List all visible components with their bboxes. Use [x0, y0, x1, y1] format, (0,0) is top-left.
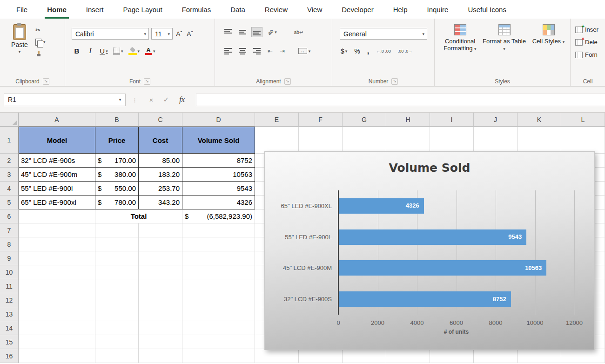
- conditional-formatting-button[interactable]: Conditional Formatting ▾: [438, 24, 482, 53]
- cell-L16[interactable]: [561, 349, 605, 363]
- cell-D1[interactable]: Volume Sold: [182, 127, 255, 154]
- top-align-button[interactable]: [222, 27, 234, 37]
- font-name-combo[interactable]: Calibri▾: [72, 28, 149, 40]
- cell-C14[interactable]: [139, 321, 182, 335]
- cell-L1[interactable]: [561, 127, 605, 154]
- tab-file[interactable]: File: [7, 0, 37, 19]
- align-left-button[interactable]: [222, 46, 234, 56]
- cell-H1[interactable]: [386, 127, 430, 154]
- cell-A8[interactable]: [19, 237, 95, 251]
- row-header-2[interactable]: 2: [0, 154, 19, 168]
- cell-F16[interactable]: [299, 349, 343, 363]
- column-header-D[interactable]: D: [182, 113, 255, 127]
- copy-button[interactable]: ▾: [35, 38, 46, 46]
- cell-B10[interactable]: [95, 265, 139, 279]
- column-header-B[interactable]: B: [95, 113, 139, 127]
- cell-C9[interactable]: [139, 251, 182, 265]
- bottom-align-button[interactable]: [251, 27, 262, 37]
- row-header-12[interactable]: 12: [0, 293, 19, 307]
- cell-A11[interactable]: [19, 279, 95, 293]
- row-header-5[interactable]: 5: [0, 195, 19, 209]
- cell-D12[interactable]: [182, 293, 255, 307]
- cell-D13[interactable]: [182, 307, 255, 321]
- dialog-launcher-icon[interactable]: ↘: [43, 78, 49, 85]
- tab-view[interactable]: View: [297, 0, 332, 19]
- tab-developer[interactable]: Developer: [332, 0, 383, 19]
- wrap-text-button[interactable]: ab↩: [292, 28, 305, 37]
- cell-B16[interactable]: [95, 349, 139, 363]
- cell-B13[interactable]: [95, 307, 139, 321]
- cell-A3[interactable]: 45" LCD #E-900m: [19, 168, 95, 182]
- cell-D14[interactable]: [182, 321, 255, 335]
- increase-decimal-button[interactable]: ←.0 .00: [376, 49, 391, 54]
- cell-B11[interactable]: [95, 279, 139, 293]
- column-header-G[interactable]: G: [343, 113, 386, 127]
- cell-G1[interactable]: [343, 127, 386, 154]
- chart[interactable]: Volume Sold # of units 02000400060008000…: [264, 151, 595, 350]
- cell-B1[interactable]: Price: [95, 127, 139, 154]
- cell-A9[interactable]: [19, 251, 95, 265]
- decrease-decimal-button[interactable]: .00 .0→: [398, 49, 413, 54]
- cell-C8[interactable]: [139, 237, 182, 251]
- column-header-J[interactable]: J: [474, 113, 518, 127]
- column-header-C[interactable]: C: [139, 113, 182, 127]
- dialog-launcher-icon[interactable]: ↘: [144, 78, 150, 85]
- row-header-1[interactable]: 1: [0, 127, 19, 154]
- tab-insert[interactable]: Insert: [76, 0, 114, 19]
- cell-C11[interactable]: [139, 279, 182, 293]
- cell-C16[interactable]: [139, 349, 182, 363]
- row-header-11[interactable]: 11: [0, 279, 19, 293]
- cell-A13[interactable]: [19, 307, 95, 321]
- bold-button[interactable]: B: [73, 47, 81, 55]
- cell-A7[interactable]: [19, 223, 95, 237]
- cell-B8[interactable]: [95, 237, 139, 251]
- cut-button[interactable]: ✂: [35, 26, 46, 34]
- align-right-button[interactable]: [251, 46, 262, 56]
- cell-D4[interactable]: 9543: [182, 182, 255, 195]
- cell-D15[interactable]: [182, 335, 255, 349]
- cell-C12[interactable]: [139, 293, 182, 307]
- cell-K1[interactable]: [518, 127, 561, 154]
- cell-A5[interactable]: 65" LED #E-900xl: [19, 195, 95, 209]
- cell-A15[interactable]: [19, 335, 95, 349]
- tab-page-layout[interactable]: Page Layout: [113, 0, 172, 19]
- cell-A6[interactable]: [19, 209, 95, 223]
- column-header-A[interactable]: A: [19, 113, 95, 127]
- increase-font-size-button[interactable]: Aˆ: [175, 30, 183, 37]
- row-header-9[interactable]: 9: [0, 251, 19, 265]
- cell-B9[interactable]: [95, 251, 139, 265]
- percent-style-button[interactable]: %: [354, 47, 360, 55]
- cell-A10[interactable]: [19, 265, 95, 279]
- tab-help[interactable]: Help: [383, 0, 417, 19]
- column-header-H[interactable]: H: [386, 113, 430, 127]
- cell-styles-button[interactable]: Cell Styles ▾: [527, 24, 570, 53]
- paste-button[interactable]: Paste ▾: [6, 24, 34, 58]
- merge-center-button[interactable]: ↔▾: [296, 46, 313, 56]
- row-header-14[interactable]: 14: [0, 321, 19, 335]
- cell-A12[interactable]: [19, 293, 95, 307]
- orientation-button[interactable]: ab▾: [266, 27, 279, 37]
- column-header-I[interactable]: I: [430, 113, 474, 127]
- row-header-7[interactable]: 7: [0, 223, 19, 237]
- borders-button[interactable]: ▾: [113, 47, 123, 54]
- tab-data[interactable]: Data: [221, 0, 255, 19]
- cell-B6[interactable]: Total: [95, 209, 182, 223]
- cell-E1[interactable]: [255, 127, 299, 154]
- number-format-combo[interactable]: General▾: [340, 28, 427, 40]
- align-center-button[interactable]: [237, 46, 248, 56]
- accounting-format-button[interactable]: $▾: [341, 47, 347, 55]
- cell-A1[interactable]: Model: [19, 127, 95, 154]
- column-header-L[interactable]: L: [561, 113, 605, 127]
- cell-J1[interactable]: [474, 127, 518, 154]
- cell-B3[interactable]: $380.00: [95, 168, 139, 182]
- cell-B4[interactable]: $550.00: [95, 182, 139, 195]
- cell-F1[interactable]: [299, 127, 343, 154]
- underline-button[interactable]: U▾: [100, 47, 108, 55]
- cell-I16[interactable]: [430, 349, 474, 363]
- cell-D7[interactable]: [182, 223, 255, 237]
- row-header-6[interactable]: 6: [0, 209, 19, 223]
- cell-D5[interactable]: 4326: [182, 195, 255, 209]
- cell-I1[interactable]: [430, 127, 474, 154]
- cell-D16[interactable]: [182, 349, 255, 363]
- cell-C5[interactable]: 343.20: [139, 195, 182, 209]
